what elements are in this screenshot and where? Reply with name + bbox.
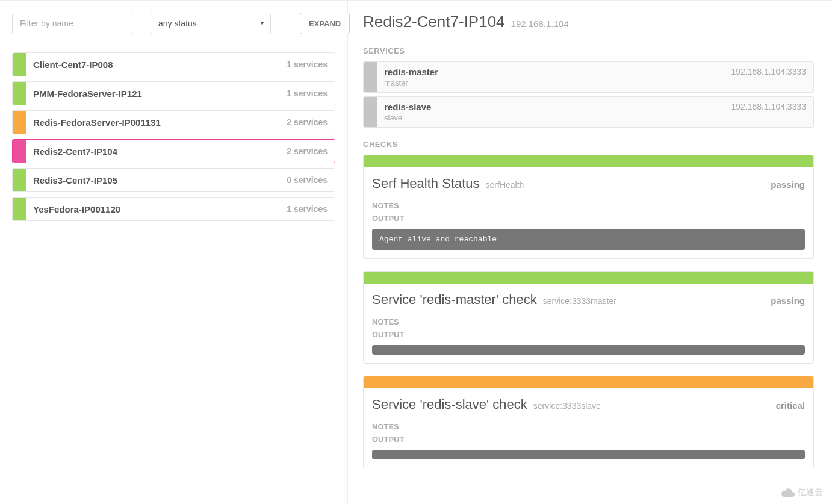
status-indicator <box>13 169 26 191</box>
node-item[interactable]: Redis2-Cent7-IP1042 services <box>12 139 335 163</box>
expand-button[interactable]: EXPAND <box>300 13 350 34</box>
node-services-count: 1 services <box>287 89 335 98</box>
node-name: PMM-FedoraServer-IP121 <box>26 89 287 99</box>
check-header[interactable]: Service 'redis-slave' checkservice:3333s… <box>364 388 813 418</box>
node-item[interactable]: Redis-FedoraServer-IP0011312 services <box>12 110 335 134</box>
check-status-bar <box>364 272 813 284</box>
check-id: serfHealth <box>486 180 524 190</box>
filter-input[interactable] <box>12 13 132 34</box>
filter-bar: any status EXPAND <box>12 13 335 34</box>
check-id: service:3333slave <box>533 401 601 411</box>
check-status-bar <box>364 155 813 167</box>
service-status-bar <box>364 62 377 92</box>
check-item: Serf Health StatusserfHealthpassingNOTES… <box>363 155 814 259</box>
cloud-icon <box>781 488 795 497</box>
output-label: OUTPUT <box>372 435 805 444</box>
output-label: OUTPUT <box>372 330 805 339</box>
service-status-bar <box>364 97 377 127</box>
check-status-bar <box>364 376 813 388</box>
service-item[interactable]: redis-slaveslave192.168.1.104:3333 <box>363 96 814 128</box>
notes-label: NOTES <box>372 317 805 326</box>
sidebar: any status EXPAND Client-Cent7-IP0081 se… <box>0 1 348 504</box>
output-label: OUTPUT <box>372 214 805 223</box>
service-name: redis-master <box>384 67 438 77</box>
services-label: SERVICES <box>363 46 814 55</box>
service-item[interactable]: redis-mastermaster192.168.1.104:3333 <box>363 61 814 93</box>
page-title: Redis2-Cent7-IP104 <box>363 13 505 31</box>
service-name: redis-slave <box>384 102 431 112</box>
node-name: Redis2-Cent7-IP104 <box>26 146 287 157</box>
checks-label: CHECKS <box>363 140 814 149</box>
node-item[interactable]: Client-Cent7-IP0081 services <box>12 52 335 76</box>
notes-label: NOTES <box>372 201 805 210</box>
detail-header: Redis2-Cent7-IP104 192.168.1.104 <box>363 13 814 31</box>
check-status: passing <box>771 179 805 190</box>
node-item[interactable]: Redis3-Cent7-IP1050 services <box>12 168 335 192</box>
node-name: Redis-FedoraServer-IP001131 <box>26 117 287 128</box>
status-indicator <box>13 140 26 163</box>
node-name: Redis3-Cent7-IP105 <box>26 175 287 185</box>
detail-panel[interactable]: Redis2-Cent7-IP104 192.168.1.104 SERVICE… <box>348 1 832 504</box>
service-tag: slave <box>384 113 431 122</box>
status-indicator <box>13 82 26 105</box>
status-indicator <box>13 53 26 76</box>
detail-ip: 192.168.1.104 <box>511 19 569 29</box>
check-id: service:3333master <box>543 296 616 306</box>
node-item[interactable]: PMM-FedoraServer-IP1211 services <box>12 81 335 105</box>
node-name: YesFedora-IP001120 <box>26 204 287 214</box>
check-status: critical <box>776 400 805 411</box>
check-title: Serf Health Status <box>372 176 480 191</box>
notes-label: NOTES <box>372 422 805 431</box>
service-address: 192.168.1.104:3333 <box>731 102 806 111</box>
node-services-count: 2 services <box>287 117 335 127</box>
check-output: Agent alive and reachable <box>372 229 805 250</box>
node-item[interactable]: YesFedora-IP0011201 services <box>12 197 335 221</box>
node-list: Client-Cent7-IP0081 servicesPMM-FedoraSe… <box>12 52 335 221</box>
check-header[interactable]: Service 'redis-master' checkservice:3333… <box>364 284 813 314</box>
status-select[interactable]: any status <box>151 13 271 34</box>
check-title: Service 'redis-master' check <box>372 292 537 308</box>
watermark: 亿速云 <box>781 487 823 498</box>
node-services-count: 1 services <box>287 204 335 214</box>
check-header[interactable]: Serf Health StatusserfHealthpassing <box>364 167 813 198</box>
service-tag: master <box>384 78 438 87</box>
check-title: Service 'redis-slave' check <box>372 397 527 412</box>
status-indicator <box>13 198 26 220</box>
node-name: Client-Cent7-IP008 <box>26 60 287 70</box>
check-item: Service 'redis-master' checkservice:3333… <box>363 271 814 364</box>
service-address: 192.168.1.104:3333 <box>731 67 806 76</box>
check-status: passing <box>771 296 805 306</box>
node-services-count: 1 services <box>287 60 335 69</box>
check-output <box>372 345 805 355</box>
node-services-count: 0 services <box>287 175 335 185</box>
check-output <box>372 450 805 459</box>
status-indicator <box>13 111 26 134</box>
check-item: Service 'redis-slave' checkservice:3333s… <box>363 376 814 468</box>
node-services-count: 2 services <box>287 146 335 156</box>
